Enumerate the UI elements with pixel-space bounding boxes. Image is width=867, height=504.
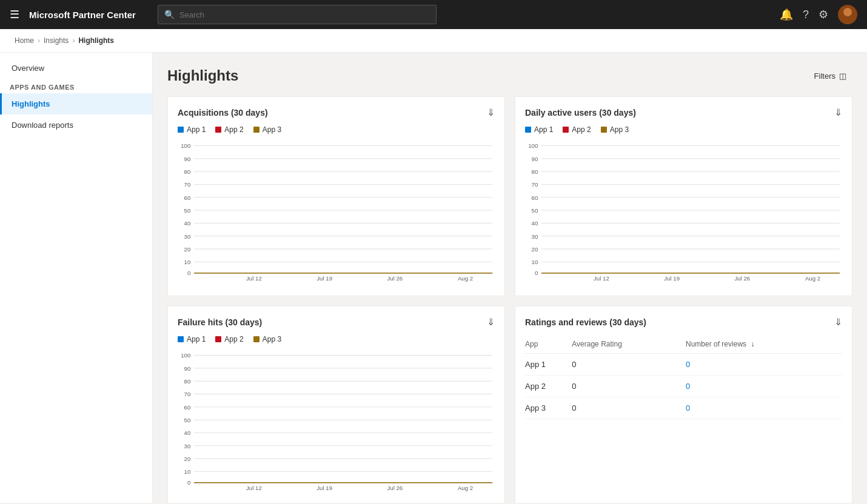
acquisitions-title: Acquisitions (30 days) (178, 108, 268, 118)
svg-text:0: 0 (535, 270, 538, 276)
search-bar[interactable]: 🔍 (158, 5, 437, 24)
svg-text:30: 30 (184, 233, 191, 240)
svg-text:40: 40 (532, 220, 538, 227)
row3-avg-rating: 0 (572, 397, 686, 419)
page-header: Highlights Filters ◫ (167, 67, 852, 84)
dau-chart: 100 90 80 70 60 50 40 30 20 10 0 (525, 139, 842, 286)
dau-title: Daily active users (30 days) (525, 108, 636, 118)
row1-avg-rating: 0 (572, 354, 686, 376)
acquisitions-download-icon[interactable]: ⇓ (487, 107, 495, 118)
search-icon: 🔍 (164, 10, 175, 19)
dau-header: Daily active users (30 days) ⇓ (525, 107, 842, 118)
page-layout: Overview Apps and games Highlights Downl… (0, 53, 867, 503)
svg-text:Jul 12: Jul 12 (594, 275, 609, 282)
fh-chart: 100 90 80 70 60 50 40 30 20 10 0 (178, 348, 495, 496)
svg-text:10: 10 (184, 468, 191, 475)
legend-app1: App 1 (178, 125, 206, 134)
search-input[interactable] (179, 10, 430, 19)
svg-text:80: 80 (532, 168, 538, 175)
dau-legend-dot-app3 (601, 127, 607, 133)
breadcrumb-sep-1: › (38, 36, 40, 45)
breadcrumb-sep-2: › (72, 36, 75, 45)
svg-text:20: 20 (184, 246, 191, 253)
row2-app: App 2 (525, 376, 572, 397)
dau-download-icon[interactable]: ⇓ (834, 107, 842, 118)
fh-legend-dot-app3 (253, 336, 259, 342)
svg-text:20: 20 (184, 456, 191, 462)
svg-text:Jul 19: Jul 19 (316, 275, 332, 282)
rr-download-icon[interactable]: ⇓ (834, 316, 842, 328)
settings-icon[interactable]: ⚙ (818, 8, 828, 21)
fh-legend-app1: App 1 (178, 335, 206, 343)
svg-text:Aug 2: Aug 2 (805, 275, 820, 282)
rr-header: Ratings and reviews (30 days) ⇓ (525, 316, 842, 328)
dau-legend-dot-app2 (563, 127, 569, 133)
row2-num-reviews[interactable]: 0 (686, 376, 842, 397)
rr-title: Ratings and reviews (30 days) (525, 317, 646, 327)
svg-text:30: 30 (532, 233, 538, 240)
daily-active-users-card: Daily active users (30 days) ⇓ App 1 App… (515, 96, 852, 296)
dau-legend-app3: App 3 (601, 125, 629, 134)
svg-text:100: 100 (528, 142, 538, 149)
dau-svg: 100 90 80 70 60 50 40 30 20 10 0 (525, 139, 842, 284)
svg-text:20: 20 (532, 246, 538, 253)
svg-point-0 (843, 8, 852, 16)
row1-num-reviews[interactable]: 0 (686, 354, 842, 376)
filters-label: Filters (814, 71, 835, 81)
sidebar-item-overview[interactable]: Overview (0, 58, 152, 79)
legend-label-app2: App 2 (224, 125, 243, 134)
svg-text:60: 60 (184, 404, 191, 411)
ratings-reviews-card: Ratings and reviews (30 days) ⇓ App Aver… (515, 306, 852, 503)
svg-text:Jul 26: Jul 26 (387, 275, 403, 282)
fh-download-icon[interactable]: ⇓ (487, 316, 495, 328)
svg-text:Jul 12: Jul 12 (246, 275, 262, 282)
svg-text:Jul 19: Jul 19 (664, 275, 680, 282)
legend-label-app1: App 1 (187, 125, 206, 134)
user-avatar[interactable] (838, 5, 857, 24)
fh-title: Failure hits (30 days) (178, 317, 262, 327)
dau-legend-label-app3: App 3 (610, 125, 629, 134)
col-num-reviews[interactable]: Number of reviews ↓ (686, 335, 842, 354)
sidebar: Overview Apps and games Highlights Downl… (0, 53, 153, 503)
col-app: App (525, 335, 572, 354)
svg-text:50: 50 (184, 207, 191, 214)
app-title: Microsoft Partner Center (29, 10, 136, 20)
top-navigation: ☰ Microsoft Partner Center 🔍 🔔 ? ⚙ (0, 0, 867, 29)
row2-avg-rating: 0 (572, 376, 686, 397)
nav-icons: 🔔 ? ⚙ (780, 5, 857, 24)
help-icon[interactable]: ? (803, 8, 809, 21)
legend-dot-app1 (178, 127, 184, 133)
notification-icon[interactable]: 🔔 (780, 8, 793, 21)
breadcrumb-insights[interactable]: Insights (44, 36, 69, 45)
dau-legend-app2: App 2 (563, 125, 591, 134)
charts-grid: Acquisitions (30 days) ⇓ App 1 App 2 App… (167, 96, 852, 503)
svg-text:80: 80 (184, 168, 191, 175)
ratings-table: App Average Rating Number of reviews ↓ A… (525, 335, 842, 419)
table-row: App 1 0 0 (525, 354, 842, 376)
row1-app: App 1 (525, 354, 572, 376)
legend-app2: App 2 (215, 125, 243, 134)
acquisitions-header: Acquisitions (30 days) ⇓ (178, 107, 495, 118)
svg-text:Aug 2: Aug 2 (458, 275, 473, 282)
fh-legend-dot-app2 (215, 336, 221, 342)
breadcrumb-current: Highlights (78, 36, 114, 45)
legend-app3: App 3 (253, 125, 281, 134)
svg-text:100: 100 (181, 352, 190, 359)
menu-icon[interactable]: ☰ (10, 8, 19, 21)
acquisitions-svg: 100 90 80 70 60 50 40 30 20 10 0 (178, 139, 495, 284)
svg-text:Jul 19: Jul 19 (316, 485, 332, 491)
fh-legend-label-app2: App 2 (224, 335, 243, 343)
sidebar-section-apps: Apps and games (0, 79, 152, 93)
svg-text:60: 60 (532, 194, 538, 201)
svg-text:50: 50 (184, 417, 191, 423)
fh-legend-label-app3: App 3 (263, 335, 281, 343)
filters-button[interactable]: Filters ◫ (808, 68, 852, 84)
svg-text:Jul 12: Jul 12 (246, 485, 262, 491)
svg-text:70: 70 (184, 391, 191, 397)
sidebar-item-highlights[interactable]: Highlights (0, 93, 152, 114)
row3-num-reviews[interactable]: 0 (686, 397, 842, 419)
svg-text:0: 0 (187, 270, 190, 276)
acquisitions-card: Acquisitions (30 days) ⇓ App 1 App 2 App… (167, 96, 505, 296)
sidebar-item-download-reports[interactable]: Download reports (0, 114, 152, 136)
breadcrumb-home[interactable]: Home (15, 36, 34, 45)
